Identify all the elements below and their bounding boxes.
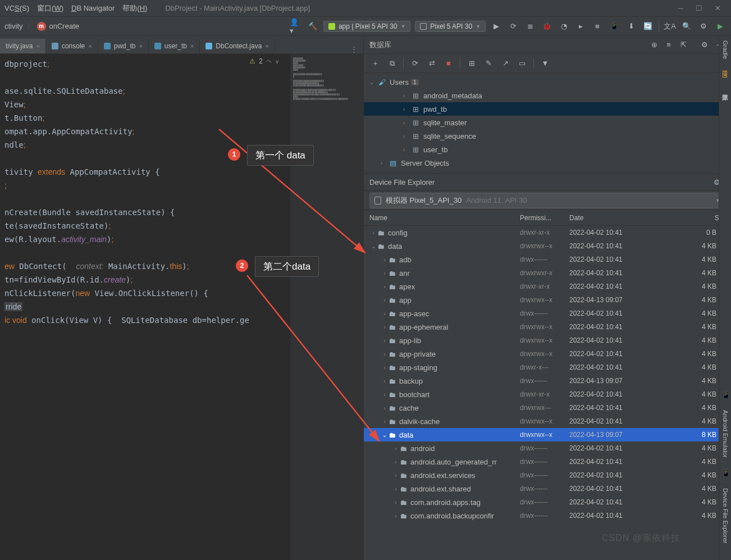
chevron-icon[interactable]: › — [381, 378, 389, 384]
chevron-icon[interactable]: › — [392, 445, 400, 452]
tab-pwdtb[interactable]: pwd_tb× — [98, 39, 149, 53]
menu-vcs[interactable]: VCS(S) — [4, 4, 29, 12]
chevron-down-icon[interactable]: ∨ — [275, 58, 279, 65]
file-row[interactable]: ›🖿androiddrwx------2022-04-02 10:414 KB — [364, 441, 731, 455]
inspection-bar[interactable]: ⚠ 2 ヘ ∨ — [249, 57, 279, 65]
code-editor[interactable]: dbproject; ase.sqlite.SQLiteDatabase; Vi… — [0, 54, 290, 560]
chevron-icon[interactable]: › — [392, 499, 400, 506]
gear-icon[interactable]: ⚙ — [698, 39, 711, 51]
minimize-icon[interactable]: ─ — [678, 4, 683, 12]
translate-icon[interactable]: 文A — [664, 20, 676, 33]
chevron-up-icon[interactable]: ヘ — [266, 57, 272, 65]
db-table[interactable]: ›user_tb — [364, 143, 731, 156]
chevron-icon[interactable]: › — [392, 472, 400, 479]
chevron-icon[interactable]: › — [381, 351, 389, 357]
chevron-icon[interactable]: › — [381, 365, 389, 371]
file-row[interactable]: ›🖿configdrwxr-xr-x2022-04-02 10:410 B — [364, 226, 731, 239]
device-combo[interactable]: 模拟器 Pixel_5_API_30 Android 11, API 30 ▼ — [369, 193, 725, 208]
file-row[interactable]: ›🖿android.auto_generated_rrdrwx------202… — [364, 455, 731, 468]
file-row[interactable]: ›🖿android.ext.servicesdrwx------2022-04-… — [364, 468, 731, 482]
chevron-icon[interactable]: › — [381, 257, 389, 263]
chevron-icon[interactable]: › — [381, 284, 389, 290]
coverage-icon[interactable]: ▸ — [574, 20, 587, 33]
chevron-icon[interactable]: ⌄ — [369, 243, 377, 249]
file-row[interactable]: ›🖿dalvik-cachedrwxrwx--x2022-04-02 10:41… — [364, 415, 731, 428]
chevron-icon[interactable]: › — [381, 418, 389, 425]
debug-attach-icon[interactable]: ≣ — [524, 20, 536, 33]
close-icon[interactable]: × — [139, 43, 142, 49]
file-row[interactable]: ›🖿com.android.apps.tagdrwx------2022-04-… — [364, 495, 731, 509]
edit-icon[interactable]: ✎ — [483, 58, 494, 69]
file-row[interactable]: ›🖿app-libdrwxrwx--x2022-04-02 10:414 KB — [364, 334, 731, 347]
menu-dbnav[interactable]: DB Navigator — [71, 4, 115, 12]
tab-usertb[interactable]: user_tb× — [149, 39, 200, 53]
db-server-objects[interactable]: ›▤Server Objects — [364, 156, 731, 170]
file-row[interactable]: ›🖿com.android.backupconfirdrwx------2022… — [364, 509, 731, 522]
user-icon[interactable]: 👤▾ — [290, 20, 302, 33]
add-icon[interactable]: ＋ — [369, 58, 381, 69]
collapse-icon[interactable]: ⇱ — [677, 39, 689, 51]
menu-window[interactable]: 窗口(W) — [37, 3, 63, 13]
close-icon[interactable]: × — [190, 43, 194, 49]
file-row[interactable]: ›🖿bootchartdrwxr-xr-x2022-04-02 10:414 K… — [364, 388, 731, 401]
avd-icon[interactable]: 📱 — [608, 20, 620, 33]
menu-help[interactable]: 帮助(H) — [122, 3, 147, 13]
refresh-icon[interactable]: ⟳ — [409, 58, 421, 69]
chevron-icon[interactable]: › — [392, 513, 400, 519]
file-row[interactable]: ›🖿android.ext.shareddrwx------2022-04-02… — [364, 482, 731, 495]
code-with-me-icon[interactable]: ▶ — [714, 20, 727, 33]
chevron-icon[interactable]: › — [381, 391, 389, 398]
run-config-combo[interactable]: app | Pixel 5 API 30 ▼ — [323, 21, 410, 32]
chevron-icon[interactable]: ⌄ — [381, 432, 389, 438]
file-row[interactable]: ›🖿appdrwxrwx--x2022-04-13 09:074 KB — [364, 293, 731, 307]
file-row[interactable]: ›🖿app-privatedrwxrwx--x2022-04-02 10:414… — [364, 347, 731, 361]
stop-icon[interactable]: ■ — [443, 58, 454, 69]
chevron-icon[interactable]: › — [381, 405, 389, 411]
db-schema-users[interactable]: ⌄🖌Users1 — [364, 75, 731, 89]
device-file-explorer-tab[interactable]: Device File Explorer — [722, 488, 729, 543]
stop-icon[interactable]: ■ — [591, 20, 604, 33]
target-icon[interactable]: ⊕ — [648, 39, 660, 51]
chevron-icon[interactable]: › — [392, 459, 400, 465]
duplicate-icon[interactable]: ⧉ — [386, 58, 398, 69]
chevron-icon[interactable]: › — [381, 270, 389, 276]
file-row[interactable]: ›🖿backupdrwx------2022-04-13 09:074 KB — [364, 374, 731, 388]
profile-icon[interactable]: ◔ — [558, 20, 570, 33]
file-row[interactable]: ›🖿cachedrwxrwx---2022-04-02 10:414 KB — [364, 401, 731, 415]
db-table-pwdtb[interactable]: ›pwd_tb — [364, 102, 731, 116]
chevron-icon[interactable]: › — [381, 338, 389, 344]
close-icon[interactable]: ✕ — [715, 4, 721, 12]
build-icon[interactable]: 🔨 — [307, 20, 319, 33]
breadcrumb-item[interactable]: ctivity — [4, 22, 23, 30]
file-row[interactable]: ›🖿adbdrwx------2022-04-02 10:414 KB — [364, 253, 731, 266]
chevron-icon[interactable]: › — [381, 324, 389, 330]
run-icon[interactable]: ▶ — [490, 20, 502, 33]
file-row[interactable]: ›🖿anrdrwxrwxr-x2022-04-02 10:414 KB — [364, 266, 731, 280]
db-table[interactable]: ›android_metadata — [364, 89, 731, 102]
chevron-icon[interactable]: › — [381, 297, 389, 303]
table-icon[interactable]: ⊞ — [466, 58, 477, 69]
close-icon[interactable]: × — [265, 43, 268, 49]
file-row[interactable]: ›🖿app-asecdrwx------2022-04-02 10:414 KB — [364, 307, 731, 320]
close-icon[interactable]: × — [36, 43, 39, 49]
gradle-tab[interactable]: Gradle — [722, 40, 729, 59]
breadcrumb-item[interactable]: onCreate — [49, 22, 79, 30]
device-explorer-icon[interactable]: 📱 — [721, 469, 729, 477]
file-row[interactable]: ⌄🖿datadrwxrwx--x2022-04-02 10:414 KB — [364, 239, 731, 253]
maximize-icon[interactable]: ☐ — [696, 4, 702, 12]
emulator-icon[interactable]: 📱 — [721, 391, 729, 399]
jump-icon[interactable]: ↗ — [500, 58, 511, 69]
chevron-icon[interactable]: › — [369, 230, 377, 236]
minimap[interactable]: ████ ████ ██ ████████ ████ ████ ████ ███… — [290, 54, 363, 560]
more-tabs-icon[interactable]: ⋮ — [345, 45, 363, 53]
apply-changes-icon[interactable]: ⟳ — [507, 20, 519, 33]
settings-icon[interactable]: ⚙ — [697, 20, 710, 33]
file-tree[interactable]: ›🖿configdrwxr-xr-x2022-04-02 10:410 B⌄🖿d… — [364, 226, 731, 560]
chevron-icon[interactable]: › — [392, 486, 400, 492]
tab-mainactivity[interactable]: tivity.java× — [0, 39, 46, 53]
sync-icon[interactable]: 🔄 — [642, 20, 654, 33]
db-table[interactable]: ›sqlite_sequence — [364, 129, 731, 143]
filter-icon[interactable]: ▼ — [540, 58, 551, 69]
close-icon[interactable]: × — [88, 43, 92, 49]
console-icon[interactable]: ▭ — [517, 58, 528, 69]
